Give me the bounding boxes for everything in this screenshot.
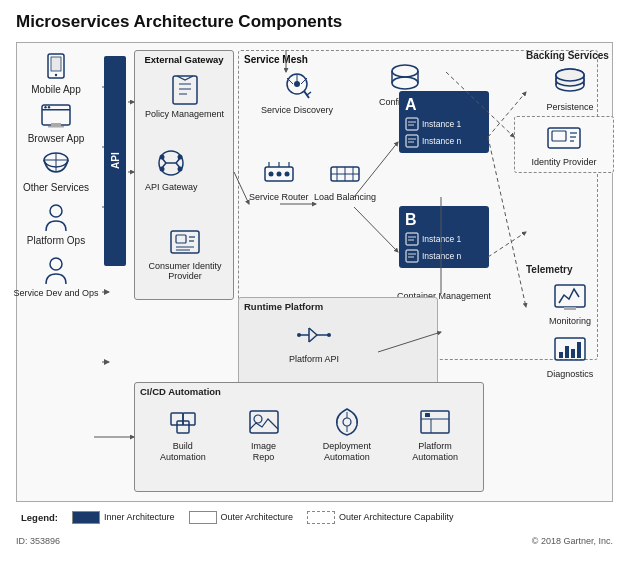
svg-rect-31 <box>176 235 186 243</box>
diagnostics-icon <box>551 333 589 367</box>
telemetry: Telemetry Monitoring <box>526 264 614 380</box>
group-b-inst1: Instance 1 <box>405 232 483 246</box>
clients-column: Mobile App Browser App <box>16 52 96 298</box>
instance-group-b: B Instance 1 Instance n <box>399 206 489 268</box>
api-bar: API <box>104 56 126 266</box>
svg-rect-62 <box>406 135 418 147</box>
platform-ops-label: Platform Ops <box>27 235 85 246</box>
policy-mgmt-label: Policy Management <box>145 109 224 120</box>
svg-point-27 <box>160 167 165 172</box>
svg-point-76 <box>297 333 301 337</box>
service-dev-label: Service Dev and Ops <box>13 288 98 298</box>
footer-copyright: © 2018 Gartner, Inc. <box>532 536 613 546</box>
platform-api: Platform API <box>289 318 339 365</box>
group-b-label: B <box>405 211 483 229</box>
svg-point-43 <box>392 65 418 77</box>
runtime-platform-label: Runtime Platform <box>239 298 437 315</box>
image-repo-label: Image Repo <box>241 441 286 463</box>
service-router: Service Router <box>249 156 309 203</box>
svg-point-6 <box>48 106 50 108</box>
identity-provider: Identity Provider <box>514 116 614 173</box>
legend-outer-cap-label: Outer Architecture Capability <box>339 512 454 522</box>
diagnostics: Diagnostics <box>526 333 614 380</box>
consumer-idp-icon <box>166 226 204 260</box>
platform-ops-icon <box>38 203 74 233</box>
svg-point-40 <box>294 81 300 87</box>
runtime-platform: Runtime Platform Platform API <box>238 297 438 387</box>
svg-point-29 <box>178 167 183 172</box>
monitoring: Monitoring <box>526 280 614 327</box>
svg-point-83 <box>556 69 584 81</box>
footer-id: ID: 353896 <box>16 536 60 546</box>
svg-point-77 <box>327 333 331 337</box>
svg-rect-93 <box>564 307 576 310</box>
service-discovery: Service Discovery <box>261 69 333 116</box>
monitoring-label: Monitoring <box>549 316 591 327</box>
legend-outer: Outer Architecture <box>189 511 294 524</box>
consumer-idp: Consumer Identity Provider <box>140 226 230 282</box>
load-balancing-label: Load Balancing <box>314 192 376 203</box>
svg-point-13 <box>50 258 62 270</box>
api-gateway-icon <box>152 146 190 180</box>
svg-rect-4 <box>42 109 70 111</box>
svg-point-103 <box>254 415 262 423</box>
group-a-inst1: Instance 1 <box>405 117 483 131</box>
persistence-label: Persistence <box>546 102 593 113</box>
footer: ID: 353896 © 2018 Gartner, Inc. <box>16 536 613 546</box>
browser-app-icon <box>38 101 74 131</box>
svg-point-48 <box>268 172 273 177</box>
legend-inner-box <box>72 511 100 524</box>
legend-inner-label: Inner Architecture <box>104 512 175 522</box>
svg-line-42 <box>307 92 311 95</box>
other-services-icon <box>38 150 74 180</box>
persistence: Persistence <box>526 66 614 113</box>
policy-management: Policy Management <box>145 73 224 120</box>
cicd-components: Build Automation Image Repo <box>135 405 483 463</box>
browser-app-label: Browser App <box>28 133 85 144</box>
client-platform-ops: Platform Ops <box>16 203 96 246</box>
svg-rect-8 <box>48 126 64 128</box>
group-a-instn: Instance n <box>405 134 483 148</box>
external-gateway: External Gateway Policy Management <box>134 50 234 300</box>
legend-outer-label: Outer Architecture <box>221 512 294 522</box>
platform-auto-icon <box>416 405 454 439</box>
svg-point-50 <box>284 172 289 177</box>
service-discovery-label: Service Discovery <box>261 105 333 116</box>
config-store-icon <box>386 61 424 95</box>
group-a-label: A <box>405 96 483 114</box>
legend-outer-cap-box <box>307 511 335 524</box>
client-service-dev: Service Dev and Ops <box>16 256 96 298</box>
svg-rect-88 <box>552 131 566 141</box>
load-balancing-icon <box>326 156 364 190</box>
client-other-services: Other Services <box>16 150 96 193</box>
idp-icon <box>545 121 583 155</box>
service-discovery-icon <box>278 69 316 103</box>
image-repo-icon <box>245 405 283 439</box>
telemetry-label: Telemetry <box>526 264 614 275</box>
svg-line-73 <box>309 328 317 335</box>
service-dev-icon <box>38 256 74 286</box>
svg-rect-102 <box>250 411 278 433</box>
mobile-app-icon <box>38 52 74 82</box>
page-title: Microservices Architecture Components <box>16 12 613 32</box>
mobile-app-label: Mobile App <box>31 84 80 95</box>
svg-rect-59 <box>406 118 418 130</box>
instance-group-a: A Instance 1 Instance n <box>399 91 489 153</box>
build-automation: Build Automation <box>155 405 210 463</box>
svg-rect-97 <box>571 349 575 358</box>
persistence-icon <box>551 66 589 100</box>
api-gateway: API Gateway <box>145 146 198 193</box>
api-label: API <box>110 153 121 170</box>
svg-rect-98 <box>577 342 581 358</box>
monitoring-icon <box>551 280 589 314</box>
svg-point-28 <box>178 155 183 160</box>
legend-outer-cap: Outer Architecture Capability <box>307 511 454 524</box>
diagnostics-label: Diagnostics <box>547 369 594 380</box>
svg-rect-7 <box>51 123 61 126</box>
svg-rect-110 <box>425 413 430 417</box>
legend-outer-box <box>189 511 217 524</box>
svg-rect-1 <box>51 57 61 71</box>
svg-rect-95 <box>559 352 563 358</box>
legend: Legend: Inner Architecture Outer Archite… <box>16 502 613 532</box>
svg-rect-96 <box>565 346 569 358</box>
